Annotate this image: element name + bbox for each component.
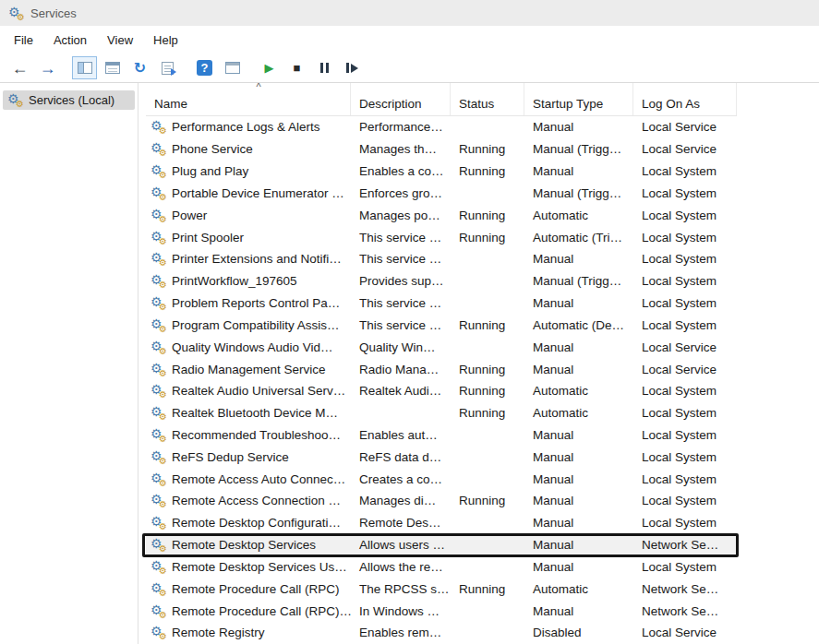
column-header-status[interactable]: Status bbox=[451, 83, 524, 115]
service-row[interactable]: ⚙ ⚙ Print Spooler This service … Running… bbox=[146, 226, 737, 248]
export-list-button[interactable] bbox=[155, 56, 180, 79]
service-logon-as: Local Service bbox=[633, 138, 737, 161]
service-name-cell: ⚙ ⚙ Print Spooler bbox=[146, 226, 351, 248]
back-button[interactable]: ← bbox=[7, 56, 32, 79]
service-row[interactable]: ⚙ ⚙ Portable Device Enumerator … Enforce… bbox=[146, 182, 737, 204]
service-row[interactable]: ⚙ ⚙ Remote Desktop Services Us… Allows t… bbox=[146, 556, 737, 578]
service-name-label: Realtek Audio Universal Serv… bbox=[172, 384, 345, 398]
gear-small-icon: ⚙ bbox=[159, 566, 167, 576]
sidebar-item-services-local[interactable]: ⚙ ⚙ Services (Local) bbox=[3, 90, 135, 110]
column-header-startup-type[interactable]: Startup Type bbox=[524, 83, 633, 115]
service-row[interactable]: ⚙ ⚙ Realtek Audio Universal Serv… Realte… bbox=[146, 380, 737, 402]
sort-ascending-icon: ^ bbox=[238, 83, 279, 92]
service-name-label: Remote Procedure Call (RPC)… bbox=[172, 604, 351, 618]
help-button[interactable]: ? bbox=[192, 56, 217, 79]
service-name-cell: ⚙ ⚙ PrintWorkflow_197605 bbox=[146, 270, 351, 292]
stop-service-icon: ■ bbox=[294, 62, 301, 74]
service-startup-type: Manual bbox=[524, 556, 633, 578]
service-status bbox=[451, 512, 524, 534]
service-row[interactable]: ⚙ ⚙ Radio Management Service Radio Mana…… bbox=[146, 358, 737, 380]
column-header-log-on-as[interactable]: Log On As bbox=[633, 83, 737, 115]
service-row[interactable]: ⚙ ⚙ Phone Service Manages th… Running Ma… bbox=[146, 138, 737, 161]
restart-service-button[interactable] bbox=[340, 56, 365, 79]
gear-small-icon: ⚙ bbox=[159, 303, 167, 312]
properties-button[interactable] bbox=[100, 56, 125, 79]
service-description: Quality Win… bbox=[351, 336, 451, 358]
service-gear-icon: ⚙ ⚙ bbox=[151, 515, 166, 531]
column-header-description[interactable]: Description bbox=[351, 83, 451, 115]
service-status: Running bbox=[451, 204, 524, 226]
service-description: This service … bbox=[351, 226, 451, 248]
service-row[interactable]: ⚙ ⚙ Program Compatibility Assis… This se… bbox=[146, 314, 737, 336]
service-description: Manages po… bbox=[351, 204, 451, 226]
service-gear-icon: ⚙ ⚙ bbox=[151, 141, 166, 157]
service-row[interactable]: ⚙ ⚙ Remote Access Auto Connec… Creates a… bbox=[146, 468, 737, 490]
service-name-label: Portable Device Enumerator … bbox=[172, 186, 344, 200]
service-logon-as: Local System bbox=[633, 270, 737, 292]
refresh-button[interactable]: ↻ bbox=[127, 56, 152, 79]
service-name-label: Remote Registry bbox=[172, 626, 265, 639]
service-logon-as: Local Service bbox=[633, 622, 737, 644]
service-row[interactable]: ⚙ ⚙ PrintWorkflow_197605 Provides sup… M… bbox=[146, 270, 737, 292]
pause-service-icon bbox=[320, 63, 329, 73]
service-name-label: Print Spooler bbox=[172, 231, 244, 244]
service-row[interactable]: ⚙ ⚙ Remote Registry Enables rem… Disable… bbox=[146, 622, 737, 644]
service-row[interactable]: ⚙ ⚙ Quality Windows Audio Vid… Quality W… bbox=[146, 336, 737, 358]
service-name-label: Performance Logs & Alerts bbox=[172, 120, 320, 134]
menu-view[interactable]: View bbox=[97, 29, 143, 52]
service-logon-as: Local System bbox=[633, 402, 737, 424]
menu-action[interactable]: Action bbox=[43, 29, 97, 52]
service-row[interactable]: ⚙ ⚙ Realtek Bluetooth Device M… Running … bbox=[146, 402, 737, 424]
gear-small-icon: ⚙ bbox=[159, 500, 167, 509]
forward-button[interactable]: → bbox=[35, 56, 60, 79]
service-row[interactable]: ⚙ ⚙ Remote Procedure Call (RPC)… In Wind… bbox=[146, 600, 737, 622]
service-status: Running bbox=[451, 490, 524, 512]
service-description: Allows the re… bbox=[351, 556, 451, 578]
service-row[interactable]: ⚙ ⚙ Remote Desktop Configurati… Remote D… bbox=[146, 512, 737, 534]
menu-help[interactable]: Help bbox=[143, 29, 188, 52]
service-gear-icon: ⚙ ⚙ bbox=[151, 208, 166, 223]
service-gear-icon: ⚙ ⚙ bbox=[151, 251, 166, 267]
service-name-cell: ⚙ ⚙ Problem Reports Control Pa… bbox=[146, 292, 351, 315]
service-name-cell: ⚙ ⚙ ReFS Dedup Service bbox=[146, 446, 351, 468]
stop-service-button[interactable]: ■ bbox=[284, 56, 309, 79]
service-status bbox=[451, 600, 524, 622]
service-startup-type: Manual bbox=[524, 424, 633, 447]
service-name-cell: ⚙ ⚙ Performance Logs & Alerts bbox=[146, 116, 351, 138]
service-name-cell: ⚙ ⚙ Remote Registry bbox=[146, 622, 351, 644]
view-options-button[interactable] bbox=[220, 56, 245, 79]
service-row[interactable]: ⚙ ⚙ Remote Procedure Call (RPC) The RPCS… bbox=[146, 578, 737, 600]
service-row[interactable]: ⚙ ⚙ Performance Logs & Alerts Performanc… bbox=[146, 116, 737, 138]
service-gear-icon: ⚙ ⚙ bbox=[151, 383, 166, 399]
service-name-cell: ⚙ ⚙ Remote Desktop Services Us… bbox=[146, 556, 351, 578]
service-row[interactable]: ⚙ ⚙ Remote Desktop Services Allows users… bbox=[146, 534, 737, 556]
service-startup-type: Manual bbox=[524, 512, 633, 534]
view-options-icon bbox=[225, 62, 240, 74]
service-logon-as: Local System bbox=[633, 446, 737, 468]
gear-small-icon: ⚙ bbox=[159, 149, 167, 158]
start-service-button[interactable]: ▶ bbox=[257, 56, 282, 79]
menu-file[interactable]: File bbox=[4, 29, 43, 52]
pause-service-button[interactable] bbox=[312, 56, 337, 79]
service-logon-as: Local System bbox=[633, 556, 737, 578]
service-row[interactable]: ⚙ ⚙ ReFS Dedup Service ReFS data d… Manu… bbox=[146, 446, 737, 468]
service-status bbox=[451, 446, 524, 468]
service-gear-icon: ⚙ ⚙ bbox=[151, 230, 166, 245]
service-row[interactable]: ⚙ ⚙ Plug and Play Enables a co… Running … bbox=[146, 161, 737, 183]
service-description: Enables a co… bbox=[351, 161, 451, 183]
service-name-label: Remote Access Auto Connec… bbox=[172, 472, 345, 486]
service-startup-type: Manual bbox=[524, 248, 633, 270]
service-name-cell: ⚙ ⚙ Printer Extensions and Notifi… bbox=[146, 248, 351, 270]
service-description: Radio Mana… bbox=[351, 358, 451, 380]
show-hide-console-tree-button[interactable] bbox=[72, 56, 97, 79]
service-logon-as: Network Se… bbox=[633, 534, 737, 556]
service-row[interactable]: ⚙ ⚙ Problem Reports Control Pa… This ser… bbox=[146, 292, 737, 315]
service-row[interactable]: ⚙ ⚙ Remote Access Connection … Manages d… bbox=[146, 490, 737, 512]
service-row[interactable]: ⚙ ⚙ Printer Extensions and Notifi… This … bbox=[146, 248, 737, 270]
service-gear-icon: ⚙ ⚙ bbox=[151, 449, 166, 465]
service-row[interactable]: ⚙ ⚙ Power Manages po… Running Automatic … bbox=[146, 204, 737, 226]
service-startup-type: Automatic (De… bbox=[524, 314, 633, 336]
service-name-cell: ⚙ ⚙ Quality Windows Audio Vid… bbox=[146, 336, 351, 358]
service-row[interactable]: ⚙ ⚙ Recommended Troubleshoo… Enables aut… bbox=[146, 424, 737, 447]
service-startup-type: Manual bbox=[524, 600, 633, 622]
